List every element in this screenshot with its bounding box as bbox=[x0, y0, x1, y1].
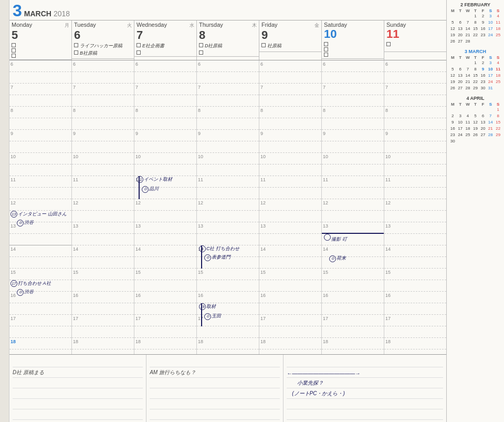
day-headers-row: Monday 月 5 Tuesday 火 bbox=[9, 20, 446, 60]
day-friday-header: Friday 金 9 社原稿 bbox=[259, 20, 322, 60]
year: 2018 bbox=[54, 9, 70, 19]
month-name: MARCH bbox=[24, 9, 51, 19]
thursday-vertical-line-1 bbox=[201, 245, 202, 269]
wednesday-tasks: E社企画書 bbox=[136, 43, 194, 55]
mar-header: 3 MARCH bbox=[449, 49, 502, 54]
day-monday-header: Monday 月 5 bbox=[9, 20, 72, 60]
monday-time-col: 6 7 8 9 10 11 12 13 14 bbox=[9, 60, 72, 354]
thursday-tasks: D社原稿 bbox=[199, 43, 257, 55]
month-number: 3 bbox=[13, 2, 22, 19]
tuesday-tasks: ライフハッカー原稿 B社原稿 bbox=[74, 43, 132, 57]
saturday-note-photo: 撮影 叮 bbox=[324, 234, 347, 243]
day-jp-wednesday: 水 bbox=[190, 22, 194, 29]
sidebar-calendars: 2 FEBRUARY MTWTFSS 1234 567891011 121314… bbox=[446, 0, 504, 422]
saturday-note-deliver: ⊙荷来 bbox=[329, 255, 346, 262]
sunday-tasks bbox=[386, 42, 444, 46]
day-jp-tuesday: 火 bbox=[127, 22, 132, 29]
day-wednesday-header: Wednesday 水 7 E社企画書 bbox=[134, 20, 197, 60]
monday-note-interview: 13インタビュー 山田さん bbox=[10, 211, 67, 218]
day-jp-monday: 月 bbox=[65, 22, 69, 29]
wednesday-note-shinagawa: ⊙品川 bbox=[142, 186, 159, 193]
thursday-note-15: 5C社 打ち合わせ bbox=[199, 245, 239, 252]
time-body: 6 7 8 9 10 11 12 13 14 bbox=[9, 60, 446, 354]
day-num-6: 6 bbox=[74, 29, 132, 42]
notes-right-2: (ノートPC・かえら・) bbox=[292, 390, 345, 397]
notes-monday-text: D社 原稿まる bbox=[13, 369, 44, 376]
friday-tasks: 社原稿 bbox=[261, 43, 319, 49]
wednesday-note-11: 11イベント取材 bbox=[136, 176, 172, 183]
sunday-time-col: 6 7 8 9 10 11 12 13 14 bbox=[384, 60, 446, 354]
left-margin bbox=[0, 0, 9, 422]
day-num-5: 5 bbox=[12, 29, 69, 42]
saturday-tasks bbox=[324, 42, 382, 57]
notes-area: D社 原稿まる AM 旅行らちなも？ ←—————— bbox=[9, 354, 446, 422]
monday-note-shibuya: ⊙渋谷 bbox=[17, 219, 34, 227]
monday-note-17: 17打ち合わせ A社 bbox=[10, 280, 51, 287]
day-num-8: 8 bbox=[199, 29, 257, 42]
thursday-note-tamachi: ⊙玉田 bbox=[204, 313, 221, 320]
day-num-9: 9 bbox=[261, 29, 319, 42]
notes-right: ←————————————→ 小業先探？ (ノートPC・かえら・) bbox=[284, 355, 446, 422]
day-tuesday-header: Tuesday 火 6 ライフハッカー原稿 B社原稿 bbox=[72, 20, 134, 60]
saturday-time-col: 6 7 8 9 10 11 12 13 14 bbox=[322, 60, 384, 354]
day-name-friday: Friday bbox=[261, 22, 278, 28]
day-name-thursday: Thursday bbox=[199, 22, 223, 28]
day-num-11: 11 bbox=[386, 28, 444, 40]
day-num-7: 7 bbox=[136, 29, 194, 42]
day-sunday-header: Sunday 11 bbox=[384, 20, 446, 60]
apr-header: 4 APRIL bbox=[449, 96, 502, 101]
notes-arrow: ←————————————→ bbox=[287, 370, 360, 376]
saturday-line bbox=[322, 233, 384, 234]
tuesday-time-col: 6 7 8 9 10 11 12 13 14 bbox=[72, 60, 134, 354]
feb-header: 2 FEBRUARY bbox=[449, 2, 502, 7]
thursday-time-col: 6 7 8 9 10 11 12 13 14 bbox=[197, 60, 259, 354]
monday-note-shibuya2: ⊙渋谷 bbox=[17, 289, 34, 296]
day-name-tuesday: Tuesday bbox=[74, 22, 96, 28]
friday-time-col: 6 7 8 9 10 11 12 13 14 bbox=[259, 60, 322, 354]
notes-right-1: 小業先探？ bbox=[297, 379, 323, 387]
thursday-note-aoyama: ⊙表参道門 bbox=[204, 254, 230, 261]
notes-mid: AM 旅行らちなも？ bbox=[146, 355, 284, 422]
notes-mid-text: AM 旅行らちなも？ bbox=[150, 369, 196, 376]
weekly-planner-page: 3 MARCH 2018 Monday 月 5 bbox=[0, 0, 504, 422]
day-saturday-header: Saturday 10 bbox=[322, 20, 384, 60]
notes-monday: D社 原稿まる bbox=[9, 355, 146, 422]
day-jp-thursday: 木 bbox=[252, 22, 257, 29]
main-area: 3 MARCH 2018 Monday 月 5 bbox=[9, 0, 446, 422]
mini-cal-february: 2 FEBRUARY MTWTFSS 1234 567891011 121314… bbox=[449, 2, 502, 45]
monday-tasks bbox=[12, 43, 69, 58]
day-name-wednesday: Wednesday bbox=[136, 22, 167, 28]
mini-cal-april: 4 APRIL MTWTFSS 1 2345678 9101112131415 … bbox=[449, 96, 502, 145]
page-header: 3 MARCH 2018 bbox=[9, 0, 446, 20]
thursday-vertical-line-2 bbox=[201, 303, 202, 326]
wednesday-vertical-line bbox=[139, 176, 140, 199]
wednesday-time-col: 6 7 8 9 10 11 12 13 14 bbox=[134, 60, 197, 354]
mini-cal-march: 3 MARCH MTWTFSS 1234 567891011 121314151… bbox=[449, 49, 502, 91]
day-jp-friday: 金 bbox=[314, 22, 319, 29]
day-name-monday: Monday bbox=[12, 22, 32, 28]
day-num-10: 10 bbox=[324, 28, 382, 40]
day-thursday-header: Thursday 木 8 D社原稿 bbox=[197, 20, 259, 60]
